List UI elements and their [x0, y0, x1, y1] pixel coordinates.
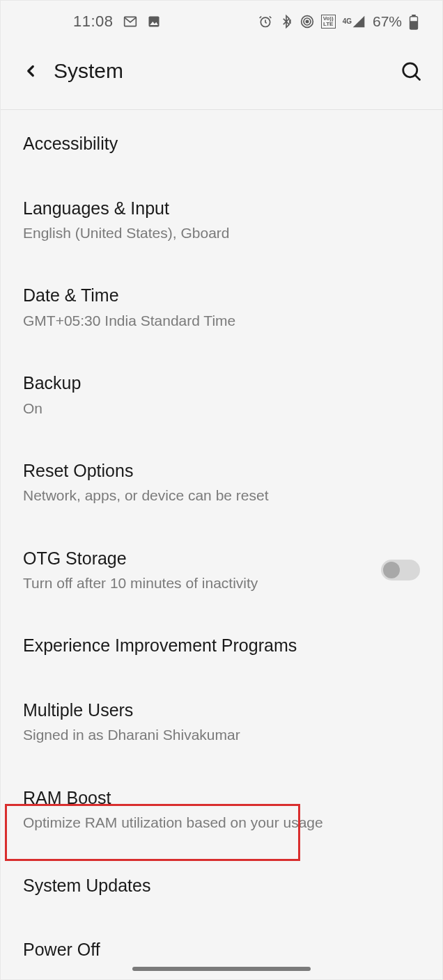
bluetooth-icon	[279, 15, 293, 29]
photo-icon	[147, 15, 161, 29]
settings-item-subtitle: Optimize RAM utilization based on your u…	[23, 813, 420, 832]
svg-rect-3	[289, 19, 291, 24]
settings-item-system-updates[interactable]: System Updates	[1, 864, 442, 907]
settings-item-title: Languages & Input	[23, 197, 420, 220]
header: System	[1, 40, 442, 109]
settings-item-title: System Updates	[23, 874, 420, 897]
hotspot-icon	[300, 15, 314, 29]
settings-item-title: Power Off	[23, 938, 420, 961]
network-label: 4G	[343, 17, 352, 25]
settings-item-reset[interactable]: Reset Options Network, apps, or device c…	[1, 450, 442, 515]
settings-item-subtitle: English (United States), Gboard	[23, 223, 420, 242]
settings-item-languages[interactable]: Languages & Input English (United States…	[1, 187, 442, 253]
settings-item-title: Reset Options	[23, 459, 420, 482]
settings-item-title: Experience Improvement Programs	[23, 634, 420, 657]
status-right: Vo)) LTE 4G 67%	[258, 13, 423, 30]
settings-item-ram-boost[interactable]: RAM Boost Optimize RAM utilization based…	[1, 777, 442, 842]
volte-line2: LTE	[323, 22, 334, 27]
settings-item-experience[interactable]: Experience Improvement Programs	[1, 624, 442, 667]
signal-icon	[352, 15, 366, 29]
settings-item-power-off[interactable]: Power Off	[1, 928, 442, 971]
signal-group: 4G	[343, 15, 366, 29]
alarm-icon	[258, 15, 272, 29]
battery-percent: 67%	[373, 13, 402, 30]
settings-item-title: Backup	[23, 372, 420, 395]
settings-list: Accessibility Languages & Input English …	[1, 110, 442, 971]
gmail-icon	[123, 15, 137, 29]
volte-icon: Vo)) LTE	[321, 15, 336, 29]
settings-item-subtitle: GMT+05:30 India Standard Time	[23, 311, 420, 330]
svg-point-4	[306, 20, 308, 22]
settings-item-datetime[interactable]: Date & Time GMT+05:30 India Standard Tim…	[1, 274, 442, 340]
settings-item-subtitle: On	[23, 399, 420, 418]
svg-rect-1	[148, 17, 159, 27]
status-bar: 11:08 Vo)) LTE 4G 67%	[1, 1, 442, 40]
otg-toggle[interactable]	[381, 560, 420, 580]
settings-item-subtitle: Network, apps, or device can be reset	[23, 486, 420, 505]
search-icon	[401, 61, 421, 81]
settings-item-subtitle: Turn off after 10 minutes of inactivity	[23, 574, 381, 592]
back-button[interactable]	[20, 61, 41, 81]
page-title: System	[54, 59, 399, 83]
settings-item-accessibility[interactable]: Accessibility	[1, 122, 442, 165]
settings-item-title: Accessibility	[23, 132, 420, 155]
svg-line-11	[415, 75, 420, 80]
settings-item-title: RAM Boost	[23, 787, 420, 809]
status-time: 11:08	[73, 13, 114, 31]
status-left: 11:08	[20, 13, 161, 31]
chevron-left-icon	[22, 62, 40, 80]
toggle-knob	[383, 562, 400, 578]
home-indicator[interactable]	[132, 967, 311, 971]
settings-item-title: OTG Storage	[23, 547, 381, 570]
settings-item-multiple-users[interactable]: Multiple Users Signed in as Dharani Shiv…	[1, 689, 442, 754]
settings-item-backup[interactable]: Backup On	[1, 362, 442, 427]
settings-item-title: Date & Time	[23, 284, 420, 307]
battery-icon	[409, 15, 423, 29]
search-button[interactable]	[399, 59, 423, 83]
settings-item-otg[interactable]: OTG Storage Turn off after 10 minutes of…	[1, 537, 442, 603]
settings-item-title: Multiple Users	[23, 699, 420, 722]
settings-item-subtitle: Signed in as Dharani Shivakumar	[23, 725, 420, 744]
svg-rect-9	[410, 21, 418, 29]
